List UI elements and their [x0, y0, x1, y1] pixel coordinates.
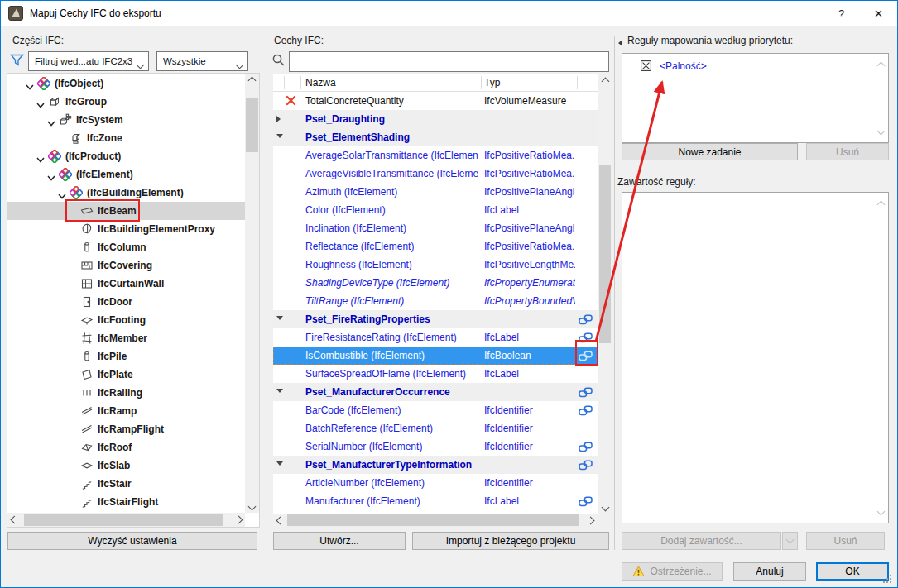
tree-item-ifcrampflight[interactable]: IfcRampFlight [7, 420, 245, 438]
column-header-name[interactable]: Nazwa [305, 77, 336, 88]
warning-button[interactable]: Ostrzeżenie... [622, 562, 723, 581]
scroll-up-arrow[interactable] [878, 60, 884, 71]
checkbox-checked-icon[interactable] [641, 60, 651, 74]
table-vertical-scrollbar[interactable] [598, 74, 612, 514]
scroll-down-arrow[interactable] [878, 505, 884, 517]
help-button[interactable]: ? [823, 1, 860, 26]
tree-item-ifcelement[interactable]: (IfcElement) [7, 165, 245, 184]
scroll-up-arrow[interactable] [598, 74, 612, 88]
mapping-link-icon[interactable] [579, 351, 593, 364]
resize-grip[interactable] [883, 575, 885, 576]
property-row[interactable]: Inclination (IfcElement)IfcPositivePlane… [273, 219, 598, 237]
chevron-down-icon[interactable] [36, 99, 45, 111]
mapping-link-icon[interactable] [579, 314, 593, 327]
property-row[interactable]: Roughness (IfcElement)IfcPositiveLengthM… [273, 256, 598, 274]
scroll-up-arrow[interactable] [878, 198, 884, 210]
tree-item-ifcbuildingelement[interactable]: (IfcBuildingElement) [7, 184, 245, 202]
property-row[interactable]: SerialNumber (IfcElement)IfcIdentifier [273, 437, 598, 456]
property-group-row[interactable]: Pset_ManufacturerOccurrence [273, 383, 598, 401]
tree-item-ifcslab[interactable]: IfcSlab [7, 457, 245, 475]
chevron-down-icon[interactable] [47, 172, 55, 184]
chevron-down-icon[interactable] [47, 117, 55, 129]
ok-button[interactable]: OK [816, 562, 889, 581]
scroll-down-arrow[interactable] [598, 500, 612, 514]
scope-dropdown[interactable]: Wszystkie [156, 51, 248, 71]
property-group-row[interactable]: Pset_Draughting [273, 110, 598, 128]
triangle-collapsed-icon[interactable] [276, 116, 281, 122]
tree-item-ifcplate[interactable]: IfcPlate [7, 366, 245, 384]
scrollbar-thumb[interactable] [246, 98, 258, 152]
mapping-rule-item[interactable]: <Palność> [622, 57, 888, 75]
tree-item-ifcsystem[interactable]: IfcSystem [7, 111, 245, 129]
property-row[interactable]: AverageVisibleTransmittance (IfcElement)… [273, 165, 598, 183]
property-row[interactable]: TotalConcreteQuantityIfcVolumeMeasure [273, 92, 598, 110]
mapping-link-icon[interactable] [579, 496, 593, 509]
scroll-down-arrow[interactable] [245, 500, 258, 513]
chevron-down-icon[interactable] [36, 154, 45, 165]
property-group-row[interactable]: Pset_ElementShading [273, 128, 598, 146]
tree-item-ifccovering[interactable]: IfcCovering [7, 256, 245, 275]
mapping-link-icon[interactable] [579, 387, 593, 400]
close-button[interactable]: ✕ [860, 1, 897, 26]
tree-item-ifccolumn[interactable]: IfcColumn [7, 238, 245, 256]
tree-item-ifcbuildingelementproxy[interactable]: IfcBuildingElementProxy [7, 220, 245, 238]
property-row[interactable]: IsCombustible (IfcElement)IfcBoolean [273, 347, 598, 365]
search-input[interactable] [289, 51, 609, 72]
triangle-expanded-icon[interactable] [276, 134, 283, 138]
tree-item-ifcramp[interactable]: IfcRamp [7, 402, 245, 420]
table-horizontal-scrollbar[interactable] [273, 514, 597, 527]
tree-item-ifcstairflight[interactable]: IfcStairFlight [7, 493, 245, 511]
tree-item-ifcgroup[interactable]: IfcGroup [7, 93, 245, 111]
scroll-up-arrow[interactable] [245, 74, 258, 87]
tree-item-ifcpile[interactable]: IfcPile [7, 347, 245, 366]
delete-rule-button[interactable]: Usuń [806, 143, 889, 160]
chevron-down-icon[interactable] [26, 81, 34, 93]
scroll-right-arrow[interactable] [232, 513, 245, 526]
mapping-link-icon[interactable] [579, 442, 593, 455]
chevron-down-icon[interactable] [58, 190, 66, 202]
property-row[interactable]: Manufacturer (IfcElement)IfcLabel [273, 492, 598, 510]
add-content-dropdown-button[interactable] [782, 532, 798, 550]
panel-splitter[interactable] [614, 36, 615, 550]
property-row[interactable]: FireResistanceRating (IfcElement)IfcLabe… [273, 328, 598, 347]
scroll-left-arrow[interactable] [273, 514, 286, 527]
clear-settings-button[interactable]: Wyczyść ustawienia [7, 532, 257, 550]
mapping-link-icon[interactable] [579, 460, 593, 473]
property-row[interactable]: ArticleNumber (IfcElement)IfcIdentifier [273, 474, 598, 492]
scrollbar-thumb[interactable] [599, 165, 611, 343]
mapping-link-icon[interactable] [579, 405, 593, 418]
mapping-link-icon[interactable] [579, 332, 593, 346]
column-header-type[interactable]: Typ [484, 77, 500, 88]
scroll-right-arrow[interactable] [583, 514, 597, 527]
property-group-row[interactable]: Pset_ManufacturerTypeInformation [273, 456, 598, 474]
tree-item-ifcproduct[interactable]: (IfcProduct) [7, 147, 245, 165]
property-row[interactable]: SurfaceSpreadOfFlame (IfcElement)IfcLabe… [273, 365, 598, 383]
scrollbar-thumb[interactable] [287, 514, 579, 526]
delete-content-button[interactable]: Usuń [806, 532, 885, 550]
property-row[interactable]: Color (IfcElement)IfcLabel [273, 201, 598, 219]
property-row[interactable]: AverageSolarTransmittance (IfcElement)If… [273, 146, 598, 165]
create-button[interactable]: Utwórz... [273, 532, 406, 550]
scroll-down-arrow[interactable] [878, 125, 884, 136]
tree-item-ifcrailing[interactable]: IfcRailing [7, 384, 245, 402]
property-row[interactable]: ShadingDeviceType (IfcElement)IfcPropert… [273, 274, 598, 292]
import-from-project-button[interactable]: Importuj z bieżącego projektu [412, 532, 609, 550]
tree-horizontal-scrollbar[interactable] [7, 513, 245, 527]
triangle-expanded-icon[interactable] [276, 389, 283, 393]
tree-item-ifccurtainwall[interactable]: IfcCurtainWall [7, 275, 245, 293]
scrollbar-thumb[interactable] [24, 514, 223, 526]
property-row[interactable]: Reflectance (IfcElement)IfcPositiveRatio… [273, 237, 598, 256]
tree-item-ifcfooting[interactable]: IfcFooting [7, 311, 245, 329]
tree-vertical-scrollbar[interactable] [245, 74, 259, 513]
new-rule-button[interactable]: Nowe zadanie [622, 143, 798, 160]
property-row[interactable]: BatchReference (IfcElement)IfcIdentifier [273, 419, 598, 437]
tree-item-ifcobject[interactable]: (IfcObject) [7, 74, 245, 93]
property-row[interactable]: Azimuth (IfcElement)IfcPositivePlaneAngl… [273, 183, 598, 201]
add-content-button[interactable]: Dodaj zawartość... [622, 532, 781, 550]
property-group-row[interactable]: Pset_FireRatingProperties [273, 310, 598, 328]
collapse-panel-icon[interactable] [618, 40, 622, 46]
triangle-expanded-icon[interactable] [276, 461, 283, 466]
property-row[interactable]: BarCode (IfcElement)IfcIdentifier [273, 401, 598, 419]
tree-item-ifcroof[interactable]: IfcRoof [7, 438, 245, 457]
triangle-expanded-icon[interactable] [276, 316, 283, 320]
